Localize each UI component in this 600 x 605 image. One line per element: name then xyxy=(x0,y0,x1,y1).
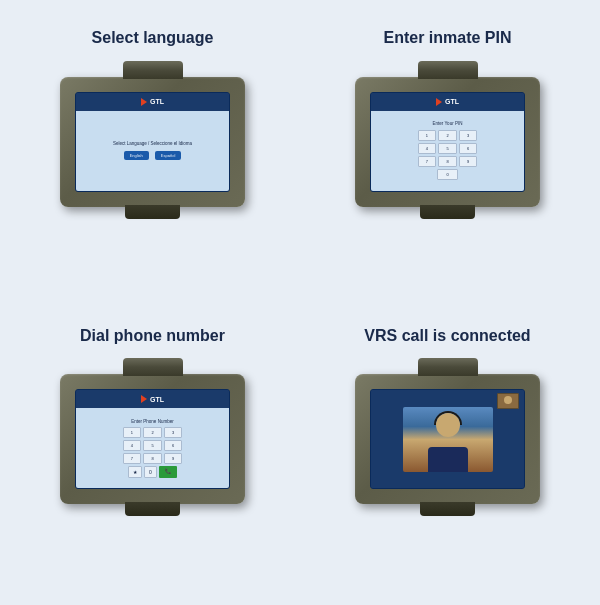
pin-key-3[interactable]: 3 xyxy=(459,130,478,141)
cell-vrs-connected: VRS call is connected xyxy=(305,308,590,596)
gtl-logo-2: GTL xyxy=(436,98,459,106)
dial-key-5[interactable]: 5 xyxy=(143,440,162,451)
dial-key-3[interactable]: 3 xyxy=(164,427,183,438)
device-vrs-connected xyxy=(348,358,548,518)
title-select-language: Select language xyxy=(92,28,214,49)
cell-select-language: Select language GTL Select Language / Se… xyxy=(10,10,295,298)
vrs-person-main xyxy=(403,407,493,472)
screen-2: GTL Enter Your PIN 1 2 3 4 5 6 7 xyxy=(370,92,525,192)
gtl-text-3: GTL xyxy=(150,396,164,403)
gtl-arrow-icon-3 xyxy=(141,395,147,403)
pin-key-5[interactable]: 5 xyxy=(438,143,457,154)
dial-zero-button[interactable]: 0 xyxy=(144,466,157,478)
vrs-person-head xyxy=(436,413,460,437)
screen-content-2: Enter Your PIN 1 2 3 4 5 6 7 8 9 xyxy=(371,111,524,191)
espanol-button[interactable]: Español xyxy=(155,151,181,160)
pin-key-0[interactable]: 0 xyxy=(437,169,457,180)
main-grid: Select language GTL Select Language / Se… xyxy=(10,10,590,595)
device-select-language: GTL Select Language / Seleccione el Idio… xyxy=(53,61,253,221)
dial-key-4[interactable]: 4 xyxy=(123,440,142,451)
device-body-1: GTL Select Language / Seleccione el Idio… xyxy=(60,77,245,207)
top-mount-3 xyxy=(123,358,183,376)
pin-key-6[interactable]: 6 xyxy=(459,143,478,154)
dial-key-1[interactable]: 1 xyxy=(123,427,142,438)
pin-key-2[interactable]: 2 xyxy=(438,130,457,141)
dial-key-8[interactable]: 8 xyxy=(143,453,162,464)
device-dial-number: GTL Enter Phone Number 1 2 3 4 5 6 7 xyxy=(53,358,253,518)
screen-4 xyxy=(370,389,525,489)
pin-key-8[interactable]: 8 xyxy=(438,156,457,167)
dial-keypad: 1 2 3 4 5 6 7 8 9 xyxy=(123,427,183,464)
title-enter-pin: Enter inmate PIN xyxy=(383,28,511,49)
bottom-mount-1 xyxy=(125,205,180,219)
screen-content-3: Enter Phone Number 1 2 3 4 5 6 7 8 9 xyxy=(76,408,229,488)
pin-key-7[interactable]: 7 xyxy=(418,156,437,167)
screen-header-3: GTL xyxy=(76,390,229,408)
dial-call-button[interactable]: 📞 xyxy=(159,466,177,478)
screen-header-2: GTL xyxy=(371,93,524,111)
gtl-text-1: GTL xyxy=(150,98,164,105)
dial-key-2[interactable]: 2 xyxy=(143,427,162,438)
pin-label: Enter Your PIN xyxy=(433,121,463,126)
cell-dial-number: Dial phone number GTL Enter Phone Number… xyxy=(10,308,295,596)
device-body-4 xyxy=(355,374,540,504)
gtl-arrow-icon-1 xyxy=(141,98,147,106)
vrs-content xyxy=(371,390,524,488)
title-dial-number: Dial phone number xyxy=(80,326,225,347)
device-body-3: GTL Enter Phone Number 1 2 3 4 5 6 7 xyxy=(60,374,245,504)
device-enter-pin: GTL Enter Your PIN 1 2 3 4 5 6 7 xyxy=(348,61,548,221)
screen-3: GTL Enter Phone Number 1 2 3 4 5 6 7 xyxy=(75,389,230,489)
top-mount-2 xyxy=(418,61,478,79)
gtl-logo-3: GTL xyxy=(141,395,164,403)
top-mount-4 xyxy=(418,358,478,376)
pin-key-1[interactable]: 1 xyxy=(418,130,437,141)
gtl-text-2: GTL xyxy=(445,98,459,105)
title-vrs-connected: VRS call is connected xyxy=(364,326,530,347)
top-mount-1 xyxy=(123,61,183,79)
pin-zero-row: 0 xyxy=(418,169,478,180)
dial-bottom-row: ★ 0 📞 xyxy=(123,466,183,478)
screen-1: GTL Select Language / Seleccione el Idio… xyxy=(75,92,230,192)
dial-key-6[interactable]: 6 xyxy=(164,440,183,451)
device-body-2: GTL Enter Your PIN 1 2 3 4 5 6 7 xyxy=(355,77,540,207)
gtl-logo-1: GTL xyxy=(141,98,164,106)
vrs-pip-inset xyxy=(497,393,519,409)
gtl-arrow-icon-2 xyxy=(436,98,442,106)
dial-label: Enter Phone Number xyxy=(131,419,173,424)
lang-prompt: Select Language / Seleccione el Idioma xyxy=(113,141,192,146)
lang-buttons: English Español xyxy=(124,151,182,160)
screen-content-1: Select Language / Seleccione el Idioma E… xyxy=(76,111,229,191)
pin-keypad: 1 2 3 4 5 6 7 8 9 0 xyxy=(418,130,478,180)
bottom-mount-3 xyxy=(125,502,180,516)
vrs-inset-head xyxy=(504,396,512,404)
english-button[interactable]: English xyxy=(124,151,149,160)
cell-enter-pin: Enter inmate PIN GTL Enter Your PIN 1 xyxy=(305,10,590,298)
dial-star-button[interactable]: ★ xyxy=(128,466,142,478)
pin-key-4[interactable]: 4 xyxy=(418,143,437,154)
bottom-mount-2 xyxy=(420,205,475,219)
dial-key-9[interactable]: 9 xyxy=(164,453,183,464)
pin-key-9[interactable]: 9 xyxy=(459,156,478,167)
dial-key-7[interactable]: 7 xyxy=(123,453,142,464)
vrs-person-body xyxy=(428,447,468,472)
screen-header-1: GTL xyxy=(76,93,229,111)
bottom-mount-4 xyxy=(420,502,475,516)
